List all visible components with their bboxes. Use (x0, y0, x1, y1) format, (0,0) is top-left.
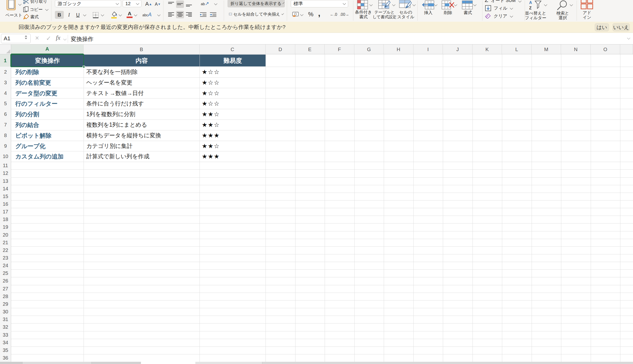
font-size-select[interactable]: 12 (123, 0, 141, 7)
row-header-14[interactable]: 14 (0, 185, 11, 192)
formula-content[interactable]: 変換操作 (71, 35, 93, 43)
cell-C2[interactable]: ★☆☆ (200, 67, 266, 77)
cell-A6[interactable]: 列の分割 (11, 109, 84, 120)
recovery-yes-button[interactable]: はい (595, 23, 609, 31)
enter-check-icon[interactable]: ✓ (46, 35, 51, 42)
row-header-23[interactable]: 23 (0, 254, 11, 262)
currency-button[interactable] (292, 11, 299, 17)
cell-A9[interactable]: グループ化 (11, 141, 84, 152)
row-header-9[interactable]: 9 (0, 141, 11, 152)
cell-B7[interactable]: 複数列を1列にまとめる (84, 120, 199, 130)
underline-button[interactable]: U (74, 11, 82, 19)
cell-B10[interactable]: 計算式で新しい列を作成 (84, 152, 199, 162)
cell-C9[interactable]: ★★☆ (200, 141, 266, 152)
text-effects-button[interactable]: abcA (142, 11, 156, 19)
insert-function-fx[interactable]: fx (56, 34, 60, 41)
row-header-28[interactable]: 28 (0, 293, 11, 300)
column-header-B[interactable]: B (84, 44, 199, 54)
recovery-no-button[interactable]: いいえ (612, 23, 630, 31)
merge-center-button[interactable]: セルを結合して中央揃え (228, 10, 285, 18)
row-header-16[interactable]: 16 (0, 200, 11, 208)
align-center-button[interactable] (176, 11, 184, 18)
row-header-12[interactable]: 12 (0, 170, 11, 177)
fill-button[interactable]: フィル (485, 5, 517, 12)
grow-font-button[interactable]: A▲ (144, 0, 153, 8)
percent-button[interactable]: % (307, 11, 315, 18)
cell-A3[interactable]: 列の名前変更 (11, 78, 84, 88)
column-header-C[interactable]: C (199, 44, 266, 54)
cell-C3[interactable]: ★☆☆ (200, 78, 266, 88)
wrap-text-button[interactable]: abc 折り返して全体を表示する (228, 0, 285, 8)
column-header-F[interactable]: F (325, 44, 354, 54)
cell-B6[interactable]: 1列を複数列に分割 (84, 109, 199, 120)
cell-B1[interactable]: 内容 (84, 54, 199, 66)
cell-C5[interactable]: ★☆☆ (200, 98, 266, 109)
borders-chevron[interactable] (101, 13, 104, 16)
row-header-24[interactable]: 24 (0, 262, 11, 270)
row-header-7[interactable]: 7 (0, 120, 11, 130)
clear-button[interactable]: クリア (485, 13, 517, 20)
column-header-A[interactable]: A (11, 44, 84, 54)
sort-filter-button[interactable]: A Z 並べ替えと フィルター (522, 0, 549, 21)
align-left-button[interactable] (167, 11, 175, 18)
row-header-21[interactable]: 21 (0, 239, 11, 246)
row-header-32[interactable]: 32 (0, 323, 11, 331)
row-header-3[interactable]: 3 (0, 77, 11, 88)
fill-color-button[interactable] (110, 11, 118, 19)
copy-button[interactable]: コピー (23, 6, 55, 13)
spinner-down-icon[interactable] (25, 38, 27, 39)
column-header-N[interactable]: N (561, 44, 591, 54)
cell-C4[interactable]: ★☆☆ (200, 88, 266, 98)
cut-button[interactable]: 切り取り (23, 0, 53, 4)
column-header-J[interactable]: J (443, 44, 473, 54)
increase-indent-button[interactable] (209, 11, 217, 18)
cell-C10[interactable]: ★★★ (200, 152, 266, 162)
currency-chevron[interactable] (300, 13, 303, 16)
row-header-29[interactable]: 29 (0, 300, 11, 308)
decrease-indent-button[interactable] (199, 11, 207, 18)
copy-dropdown-chevron[interactable] (45, 8, 49, 11)
row-header-27[interactable]: 27 (0, 285, 11, 293)
spinner-up-icon[interactable] (25, 35, 27, 37)
row-header-26[interactable]: 26 (0, 277, 11, 285)
column-header-O[interactable]: O (591, 44, 620, 54)
row-header-13[interactable]: 13 (0, 177, 11, 185)
find-select-button[interactable]: 検索と 選択 (551, 0, 575, 21)
row-header-31[interactable]: 31 (0, 316, 11, 323)
select-all-corner[interactable] (0, 44, 11, 54)
format-cells-button[interactable]: 書式 (459, 0, 477, 21)
align-right-button[interactable] (185, 11, 193, 18)
row-header-17[interactable]: 17 (0, 208, 11, 216)
row-header-36[interactable]: 36 (0, 354, 11, 362)
cell-C7[interactable]: ★★☆ (200, 120, 266, 130)
font-color-chevron[interactable] (134, 13, 137, 16)
row-header-25[interactable]: 25 (0, 270, 11, 277)
cell-A7[interactable]: 列の結合 (11, 120, 84, 130)
row-header-18[interactable]: 18 (0, 216, 11, 223)
comma-button[interactable]: , (316, 9, 322, 17)
sheet-tab-strip[interactable] (0, 362, 633, 364)
increase-decimal-button[interactable]: ←.0 (329, 11, 338, 18)
column-header-E[interactable]: E (295, 44, 325, 54)
column-header-H[interactable]: H (384, 44, 413, 54)
row-header-10[interactable]: 10 (0, 151, 11, 162)
row-header-6[interactable]: 6 (0, 109, 11, 120)
cell-B2[interactable]: 不要な列を一括削除 (84, 67, 199, 77)
italic-button[interactable]: I (65, 11, 73, 19)
orientation-chevron[interactable] (214, 2, 217, 5)
insert-cells-button[interactable]: 挿入 (419, 0, 438, 21)
autosum-button[interactable]: Σ オート SUM (485, 0, 524, 3)
row-header-35[interactable]: 35 (0, 346, 11, 354)
column-header-M[interactable]: M (532, 44, 561, 54)
cell-C1[interactable]: 難易度 (200, 54, 266, 66)
cell-A8[interactable]: ピボット解除 (11, 130, 84, 141)
column-header-D[interactable]: D (266, 44, 295, 54)
column-header-partial[interactable] (620, 44, 633, 54)
column-header-G[interactable]: G (354, 44, 384, 54)
format-as-table-button[interactable]: テーブルと して書式設定 (371, 0, 398, 21)
row-header-1[interactable]: 1 (0, 54, 11, 67)
row-header-20[interactable]: 20 (0, 231, 11, 239)
fill-handle[interactable] (83, 66, 85, 68)
delete-cells-button[interactable]: 削除 (439, 0, 458, 21)
column-header-L[interactable]: L (502, 44, 532, 54)
